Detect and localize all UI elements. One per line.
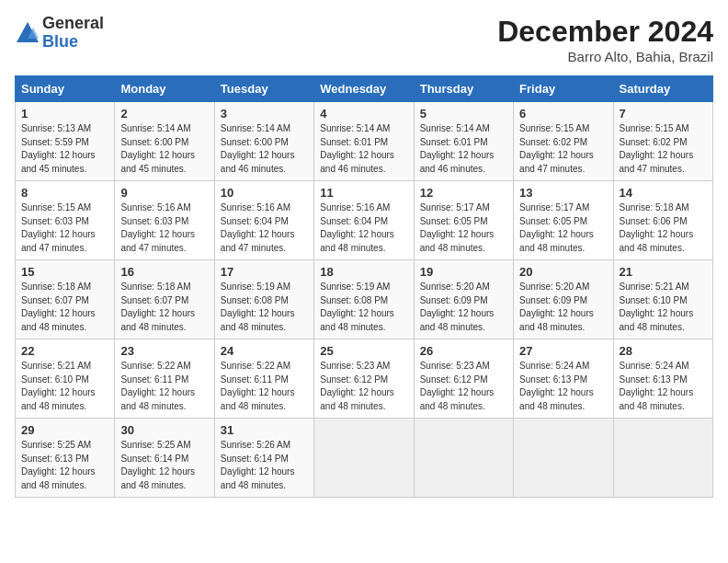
calendar-cell: 16Sunrise: 5:18 AM Sunset: 6:07 PM Dayli… (115, 260, 214, 339)
day-number: 8 (21, 186, 108, 200)
day-number: 17 (221, 265, 308, 279)
day-info: Sunrise: 5:16 AM Sunset: 6:04 PM Dayligh… (221, 201, 308, 255)
calendar-cell: 23Sunrise: 5:22 AM Sunset: 6:11 PM Dayli… (115, 339, 214, 419)
calendar-cell: 15Sunrise: 5:18 AM Sunset: 6:07 PM Dayli… (16, 260, 115, 339)
calendar-cell: 4Sunrise: 5:14 AM Sunset: 6:01 PM Daylig… (314, 102, 414, 181)
day-number: 10 (221, 186, 308, 200)
calendar-cell: 9Sunrise: 5:16 AM Sunset: 6:03 PM Daylig… (115, 181, 214, 260)
calendar-week-3: 15Sunrise: 5:18 AM Sunset: 6:07 PM Dayli… (16, 260, 713, 339)
day-number: 18 (320, 265, 407, 279)
day-number: 29 (21, 423, 108, 437)
calendar-cell: 25Sunrise: 5:23 AM Sunset: 6:12 PM Dayli… (314, 339, 414, 419)
calendar-week-1: 1Sunrise: 5:13 AM Sunset: 5:59 PM Daylig… (16, 102, 713, 181)
day-info: Sunrise: 5:17 AM Sunset: 6:05 PM Dayligh… (519, 201, 607, 255)
calendar-cell: 20Sunrise: 5:20 AM Sunset: 6:09 PM Dayli… (514, 260, 613, 339)
day-number: 3 (221, 107, 308, 121)
day-info: Sunrise: 5:19 AM Sunset: 6:08 PM Dayligh… (320, 281, 407, 334)
day-info: Sunrise: 5:13 AM Sunset: 5:59 PM Dayligh… (21, 122, 108, 176)
day-info: Sunrise: 5:23 AM Sunset: 6:12 PM Dayligh… (320, 360, 407, 413)
calendar-header-row: SundayMondayTuesdayWednesdayThursdayFrid… (16, 76, 713, 102)
col-header-sunday: Sunday (16, 76, 115, 102)
calendar-cell: 2Sunrise: 5:14 AM Sunset: 6:00 PM Daylig… (115, 102, 214, 181)
day-number: 15 (21, 265, 108, 279)
day-number: 20 (519, 265, 607, 279)
calendar-cell (613, 419, 712, 498)
calendar-week-5: 29Sunrise: 5:25 AM Sunset: 6:13 PM Dayli… (16, 419, 713, 498)
day-number: 5 (420, 107, 507, 121)
day-info: Sunrise: 5:14 AM Sunset: 6:00 PM Dayligh… (120, 122, 208, 176)
logo: General Blue (15, 15, 104, 52)
calendar-week-4: 22Sunrise: 5:21 AM Sunset: 6:10 PM Dayli… (16, 339, 713, 419)
day-number: 12 (420, 186, 507, 200)
day-info: Sunrise: 5:18 AM Sunset: 6:07 PM Dayligh… (120, 281, 208, 334)
day-info: Sunrise: 5:26 AM Sunset: 6:14 PM Dayligh… (221, 439, 308, 492)
day-info: Sunrise: 5:14 AM Sunset: 6:01 PM Dayligh… (320, 122, 407, 176)
calendar-cell: 31Sunrise: 5:26 AM Sunset: 6:14 PM Dayli… (214, 419, 313, 498)
day-number: 26 (420, 344, 507, 358)
day-number: 24 (221, 344, 308, 358)
calendar-cell: 27Sunrise: 5:24 AM Sunset: 6:13 PM Dayli… (514, 339, 613, 419)
day-info: Sunrise: 5:18 AM Sunset: 6:06 PM Dayligh… (620, 201, 707, 255)
day-info: Sunrise: 5:15 AM Sunset: 6:02 PM Dayligh… (620, 122, 707, 176)
day-info: Sunrise: 5:25 AM Sunset: 6:13 PM Dayligh… (21, 439, 108, 492)
day-number: 16 (120, 265, 208, 279)
day-number: 1 (21, 107, 108, 121)
day-number: 22 (21, 344, 108, 358)
col-header-wednesday: Wednesday (314, 76, 414, 102)
calendar-cell: 3Sunrise: 5:14 AM Sunset: 6:00 PM Daylig… (214, 102, 313, 181)
calendar-cell: 24Sunrise: 5:22 AM Sunset: 6:11 PM Dayli… (214, 339, 313, 419)
day-info: Sunrise: 5:23 AM Sunset: 6:12 PM Dayligh… (420, 360, 507, 413)
day-number: 13 (519, 186, 607, 200)
calendar-cell (314, 419, 414, 498)
day-number: 25 (320, 344, 407, 358)
day-number: 21 (620, 265, 707, 279)
day-info: Sunrise: 5:15 AM Sunset: 6:03 PM Dayligh… (21, 201, 108, 255)
day-info: Sunrise: 5:25 AM Sunset: 6:14 PM Dayligh… (120, 439, 208, 492)
day-info: Sunrise: 5:24 AM Sunset: 6:13 PM Dayligh… (519, 360, 607, 413)
day-info: Sunrise: 5:20 AM Sunset: 6:09 PM Dayligh… (420, 281, 507, 334)
col-header-thursday: Thursday (414, 76, 513, 102)
calendar-cell: 12Sunrise: 5:17 AM Sunset: 6:05 PM Dayli… (414, 181, 513, 260)
calendar-cell: 10Sunrise: 5:16 AM Sunset: 6:04 PM Dayli… (214, 181, 313, 260)
logo-icon (15, 20, 40, 46)
calendar-cell: 29Sunrise: 5:25 AM Sunset: 6:13 PM Dayli… (16, 419, 115, 498)
page-header: General Blue December 2024 Barro Alto, B… (15, 15, 713, 64)
day-number: 27 (519, 344, 607, 358)
calendar-cell: 17Sunrise: 5:19 AM Sunset: 6:08 PM Dayli… (214, 260, 313, 339)
calendar-cell: 28Sunrise: 5:24 AM Sunset: 6:13 PM Dayli… (613, 339, 712, 419)
day-info: Sunrise: 5:18 AM Sunset: 6:07 PM Dayligh… (21, 281, 108, 334)
day-info: Sunrise: 5:24 AM Sunset: 6:13 PM Dayligh… (620, 360, 707, 413)
calendar-cell: 19Sunrise: 5:20 AM Sunset: 6:09 PM Dayli… (414, 260, 513, 339)
col-header-monday: Monday (115, 76, 214, 102)
calendar-cell: 11Sunrise: 5:16 AM Sunset: 6:04 PM Dayli… (314, 181, 414, 260)
calendar-cell: 1Sunrise: 5:13 AM Sunset: 5:59 PM Daylig… (16, 102, 115, 181)
day-info: Sunrise: 5:22 AM Sunset: 6:11 PM Dayligh… (120, 360, 208, 413)
day-number: 6 (519, 107, 607, 121)
col-header-tuesday: Tuesday (214, 76, 313, 102)
calendar-cell: 7Sunrise: 5:15 AM Sunset: 6:02 PM Daylig… (613, 102, 712, 181)
calendar-cell: 26Sunrise: 5:23 AM Sunset: 6:12 PM Dayli… (414, 339, 513, 419)
col-header-saturday: Saturday (613, 76, 712, 102)
day-info: Sunrise: 5:15 AM Sunset: 6:02 PM Dayligh… (519, 122, 607, 176)
logo-blue-text: Blue (42, 32, 78, 51)
location-text: Barro Alto, Bahia, Brazil (497, 49, 713, 64)
col-header-friday: Friday (514, 76, 613, 102)
day-info: Sunrise: 5:14 AM Sunset: 6:01 PM Dayligh… (420, 122, 507, 176)
day-number: 31 (221, 423, 308, 437)
calendar-week-2: 8Sunrise: 5:15 AM Sunset: 6:03 PM Daylig… (16, 181, 713, 260)
calendar-cell: 5Sunrise: 5:14 AM Sunset: 6:01 PM Daylig… (414, 102, 513, 181)
calendar-table: SundayMondayTuesdayWednesdayThursdayFrid… (15, 75, 713, 498)
day-info: Sunrise: 5:20 AM Sunset: 6:09 PM Dayligh… (519, 281, 607, 334)
day-number: 4 (320, 107, 407, 121)
calendar-cell (514, 419, 613, 498)
day-number: 7 (620, 107, 707, 121)
day-info: Sunrise: 5:16 AM Sunset: 6:03 PM Dayligh… (120, 201, 208, 255)
day-number: 19 (420, 265, 507, 279)
day-info: Sunrise: 5:16 AM Sunset: 6:04 PM Dayligh… (320, 201, 407, 255)
day-info: Sunrise: 5:19 AM Sunset: 6:08 PM Dayligh… (221, 281, 308, 334)
day-number: 14 (620, 186, 707, 200)
day-number: 9 (120, 186, 208, 200)
calendar-cell: 6Sunrise: 5:15 AM Sunset: 6:02 PM Daylig… (514, 102, 613, 181)
logo-general-text: General (42, 14, 104, 32)
title-section: December 2024 Barro Alto, Bahia, Brazil (497, 15, 713, 64)
